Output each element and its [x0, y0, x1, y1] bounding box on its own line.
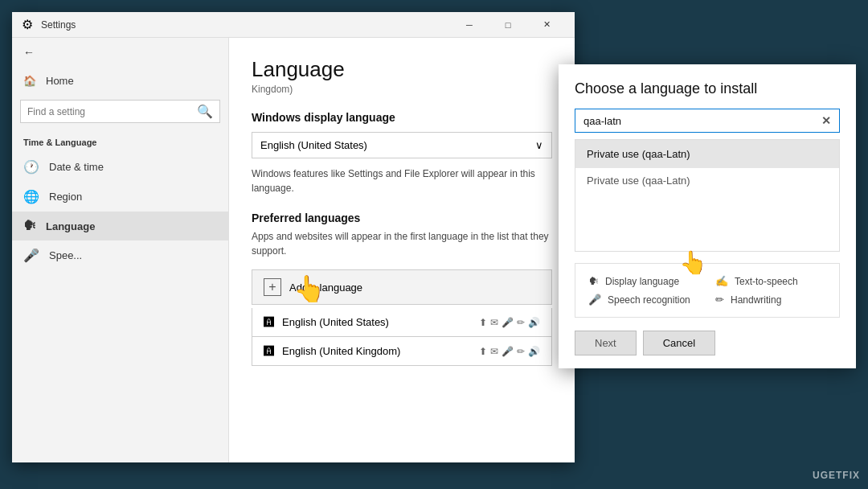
language-icon: 🗣	[23, 219, 36, 233]
preferred-languages-description: Apps and websites will appear in the fir…	[252, 229, 552, 258]
watermark: UGETFIX	[813, 470, 860, 481]
lang-flags-us: ⬆ ✉ 🎤 ✏ 🔊	[479, 317, 540, 328]
result-item-1[interactable]: Private use (qaa-Latn)	[575, 140, 839, 168]
back-button[interactable]: ←	[12, 38, 228, 67]
language-label: Language	[46, 220, 95, 232]
result-subitem-1[interactable]: Private use (qaa-Latn)	[575, 168, 839, 193]
page-title: Language	[252, 57, 552, 82]
search-icon: 🔍	[197, 104, 213, 119]
sidebar-search[interactable]: 🔍	[20, 100, 220, 123]
display-lang-feature-icon: 🗣	[588, 275, 599, 287]
preferred-languages-label: Preferred languages	[252, 212, 552, 224]
results-list: Private use (qaa-Latn) Private use (qaa-…	[575, 139, 840, 252]
windows-display-language-label: Windows display language	[252, 111, 552, 124]
feature-handwriting: ✏ Handwriting	[715, 294, 826, 306]
language-search-box[interactable]: ✕	[575, 109, 840, 133]
uk-flag-2: ✉	[490, 346, 498, 357]
language-search-input[interactable]	[583, 115, 817, 127]
handwriting-feature-icon: ✏	[715, 294, 724, 306]
settings-icon: ⚙	[22, 17, 33, 32]
lang-item-name-us: English (United States)	[282, 316, 389, 328]
settings-body: ← 🏠 Home 🔍 Time & Language 🕐 Date & time…	[12, 38, 575, 462]
settings-window: ⚙ Settings ─ □ ✕ ← 🏠 Home 🔍 Time & Langu…	[12, 12, 575, 462]
features-grid: 🗣 Display language ✍ Text-to-speech 🎤 Sp…	[575, 263, 840, 318]
language-item-uk[interactable]: 🅰 English (United Kingdom) ⬆ ✉ 🎤 ✏ 🔊	[252, 337, 552, 366]
dialog-buttons: Next Cancel	[575, 331, 840, 355]
sidebar-home-item[interactable]: 🏠 Home	[12, 67, 228, 95]
add-language-label: Add a language	[289, 281, 362, 294]
date-time-icon: 🕐	[23, 159, 39, 175]
flag-icon-1: ⬆	[479, 317, 487, 328]
back-arrow-icon: ←	[23, 46, 35, 59]
home-label: Home	[46, 75, 74, 87]
sidebar-item-date-time[interactable]: 🕐 Date & time	[12, 152, 228, 182]
uk-flag-4: ✏	[517, 346, 525, 357]
sidebar-section-title: Time & Language	[12, 128, 228, 152]
uk-flag-3: 🎤	[502, 346, 514, 357]
feature-text-to-speech: ✍ Text-to-speech	[715, 275, 826, 287]
next-button[interactable]: Next	[575, 331, 637, 355]
sidebar-item-region[interactable]: 🌐 Region	[12, 182, 228, 212]
flag-icon-3: 🎤	[502, 317, 514, 328]
title-bar-left: ⚙ Settings	[22, 17, 76, 32]
lang-item-name-uk: English (United Kingdom)	[282, 345, 400, 357]
tts-feature-label: Text-to-speech	[735, 276, 798, 287]
date-time-label: Date & time	[49, 161, 104, 173]
sidebar-item-speech[interactable]: 🎤 Spee...	[12, 240, 228, 270]
display-language-value: English (United States)	[260, 139, 367, 151]
speech-label: Spee...	[49, 249, 82, 261]
flag-icon-5: 🔊	[528, 317, 540, 328]
plus-icon: +	[264, 278, 281, 296]
close-button[interactable]: ✕	[528, 12, 565, 38]
display-language-description: Windows features like Settings and File …	[252, 166, 552, 195]
lang-item-uk-left: 🅰 English (United Kingdom)	[264, 345, 400, 357]
add-language-button[interactable]: + Add a language	[252, 269, 552, 305]
handwriting-feature-label: Handwriting	[731, 294, 781, 306]
language-item-us[interactable]: 🅰 English (United States) ⬆ ✉ 🎤 ✏ 🔊	[252, 308, 552, 337]
region-icon: 🌐	[23, 189, 39, 204]
speech-feature-icon: 🎤	[588, 294, 601, 306]
search-clear-icon[interactable]: ✕	[821, 114, 831, 127]
lang-flags-uk: ⬆ ✉ 🎤 ✏ 🔊	[479, 346, 540, 357]
cancel-button[interactable]: Cancel	[643, 331, 715, 355]
minimize-button[interactable]: ─	[451, 12, 488, 38]
title-bar-controls: ─ □ ✕	[451, 12, 565, 38]
window-title: Settings	[41, 19, 76, 31]
speech-icon: 🎤	[23, 248, 39, 263]
feature-display-language: 🗣 Display language	[588, 275, 699, 287]
choose-language-dialog: Choose a language to install ✕ Private u…	[559, 64, 856, 368]
dialog-title: Choose a language to install	[575, 80, 840, 97]
lang-item-icon-us: 🅰	[264, 316, 274, 328]
speech-feature-label: Speech recognition	[608, 294, 690, 306]
tts-feature-icon: ✍	[715, 275, 728, 287]
main-content: Language Kingdom) Windows display langua…	[229, 38, 575, 462]
display-language-dropdown[interactable]: English (United States) ∨	[252, 132, 552, 158]
region-label: Region	[49, 191, 82, 203]
title-bar: ⚙ Settings ─ □ ✕	[12, 12, 575, 38]
uk-flag-5: 🔊	[528, 346, 540, 357]
chevron-down-icon: ∨	[535, 139, 543, 151]
maximize-button[interactable]: □	[489, 12, 526, 38]
lang-item-us-left: 🅰 English (United States)	[264, 316, 389, 328]
page-subtitle: Kingdom)	[252, 84, 552, 95]
flag-icon-4: ✏	[517, 317, 525, 328]
feature-speech-recognition: 🎤 Speech recognition	[588, 294, 699, 306]
uk-flag-1: ⬆	[479, 346, 487, 357]
flag-icon-2: ✉	[490, 317, 498, 328]
sidebar-item-language[interactable]: 🗣 Language	[12, 212, 228, 240]
home-icon: 🏠	[23, 75, 36, 87]
lang-item-icon-uk: 🅰	[264, 345, 274, 357]
display-lang-feature-label: Display language	[605, 276, 679, 287]
sidebar: ← 🏠 Home 🔍 Time & Language 🕐 Date & time…	[12, 38, 229, 462]
search-input[interactable]	[27, 106, 192, 117]
